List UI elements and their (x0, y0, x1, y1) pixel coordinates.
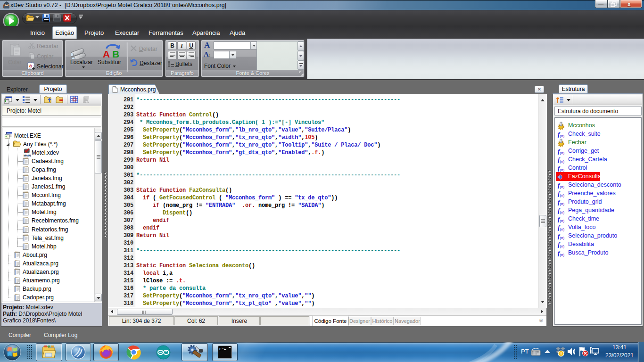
svg-text:MAIN: MAIN (83, 101, 89, 104)
svg-text:B: B (112, 49, 119, 59)
svg-text:MAIN: MAIN (24, 154, 31, 157)
svg-text:a: a (29, 63, 32, 68)
svg-text:A: A (103, 49, 110, 59)
